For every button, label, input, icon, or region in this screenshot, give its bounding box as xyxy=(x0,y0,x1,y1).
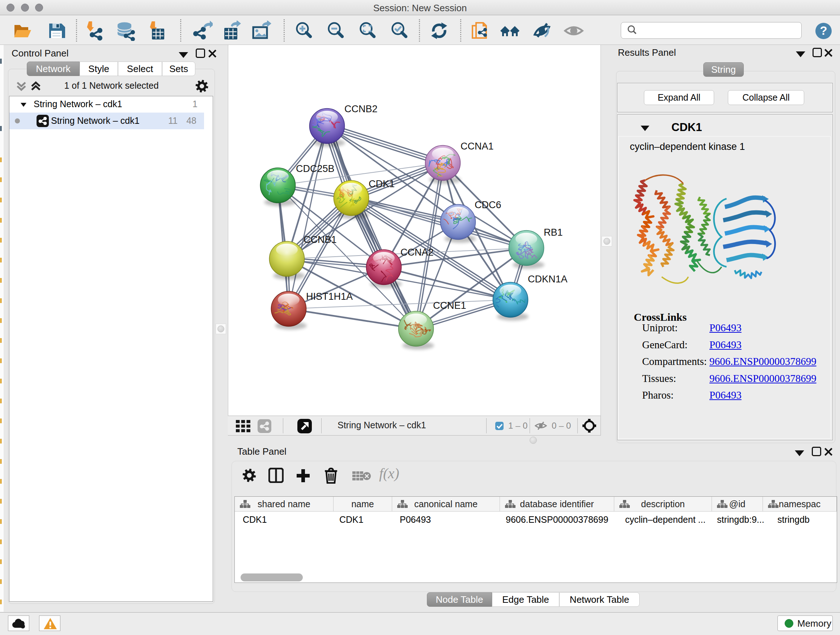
svg-text:CCNB1: CCNB1 xyxy=(303,234,337,245)
svg-text:HIST1H1A: HIST1H1A xyxy=(306,291,353,302)
svg-text:CCNA1: CCNA1 xyxy=(461,141,494,152)
svg-text:CCNB2: CCNB2 xyxy=(344,103,378,114)
svg-text:CCNE1: CCNE1 xyxy=(433,300,466,311)
svg-text:CDKN1A: CDKN1A xyxy=(528,274,568,285)
svg-text:CDK1: CDK1 xyxy=(369,179,395,189)
svg-text:RB1: RB1 xyxy=(544,227,563,238)
svg-text:CCNA2: CCNA2 xyxy=(401,247,434,258)
svg-text:CDC6: CDC6 xyxy=(475,200,501,211)
svg-text:CDC25B: CDC25B xyxy=(296,163,335,174)
